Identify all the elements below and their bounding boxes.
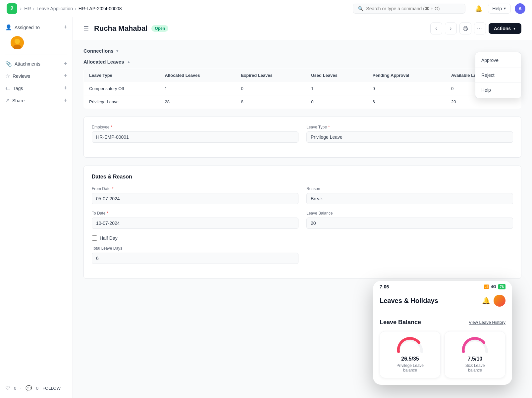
hamburger-icon[interactable]: ☰ bbox=[83, 25, 89, 32]
col-allocated: Allocated Leaves bbox=[160, 69, 236, 82]
help-menu[interactable]: Help ▼ bbox=[488, 4, 511, 14]
search-input[interactable] bbox=[366, 6, 460, 11]
connections-label: Connections bbox=[83, 48, 114, 54]
to-date-label: To Date * bbox=[92, 211, 298, 216]
print-button[interactable] bbox=[459, 23, 471, 34]
actions-button[interactable]: Actions ▼ bbox=[489, 23, 521, 34]
battery-icon: 76 bbox=[498, 284, 505, 289]
notifications-bell[interactable]: 🔔 bbox=[473, 3, 484, 14]
app-logo[interactable]: 2 bbox=[7, 3, 17, 14]
help-action[interactable]: Help bbox=[475, 84, 521, 96]
dates-section-title: Dates & Reason bbox=[92, 174, 513, 180]
table-row: Privilege Leave 28 8 0 6 20 bbox=[84, 95, 521, 109]
mobile-title: Leaves & Holidays bbox=[380, 297, 438, 305]
user-icon: 👤 bbox=[5, 24, 12, 30]
to-date-group: To Date * bbox=[92, 211, 298, 229]
mobile-bell-icon[interactable]: 🔔 bbox=[482, 297, 490, 305]
breadcrumb-leave-application[interactable]: Leave Application bbox=[36, 6, 73, 11]
col-expired: Expired Leaves bbox=[236, 69, 306, 82]
add-review-button[interactable]: + bbox=[64, 73, 67, 79]
sick-gauge bbox=[460, 337, 490, 353]
half-day-label: Half Day bbox=[100, 235, 118, 241]
half-day-checkbox[interactable] bbox=[92, 235, 97, 241]
total-days-row: Total Leave Days bbox=[92, 246, 513, 264]
sick-value: 7.5/10 bbox=[468, 356, 482, 362]
approve-action[interactable]: Approve bbox=[475, 54, 521, 66]
sick-leave-card: 7.5/10 Sick Leavebalance bbox=[445, 331, 505, 378]
leave-balance-label: Leave Balance bbox=[306, 211, 513, 216]
sidebar-item-tags[interactable]: 🏷 Tags + bbox=[5, 85, 67, 92]
privilege-value: 26.5/35 bbox=[401, 356, 419, 362]
allocated-leaves-section: Allocated Leaves ▲ Leave Type Allocated … bbox=[83, 59, 521, 109]
leave-type-cell: Compensatory Off bbox=[84, 82, 160, 95]
next-button[interactable]: › bbox=[445, 23, 457, 34]
leave-balance-group: Leave Balance bbox=[306, 211, 513, 229]
view-history-link[interactable]: View Leave History bbox=[469, 320, 505, 325]
leave-balance-title: Leave Balance bbox=[380, 319, 421, 326]
sidebar-bottom: ♡ 0 · 💬 0 FOLLOW bbox=[5, 385, 67, 391]
add-share-button[interactable]: + bbox=[64, 97, 67, 104]
spacer bbox=[306, 246, 513, 264]
add-attachment-button[interactable]: + bbox=[64, 60, 67, 67]
sidebar-item-assigned-to[interactable]: 👤 Assigned To + bbox=[5, 24, 67, 31]
sidebar-item-reviews[interactable]: ☆ Reviews + bbox=[5, 73, 67, 79]
from-date-input[interactable] bbox=[92, 193, 298, 204]
more-button[interactable]: ··· bbox=[474, 23, 486, 34]
connections-section[interactable]: Connections ▾ bbox=[83, 48, 521, 54]
tag-icon: 🏷 bbox=[5, 85, 11, 91]
prev-button[interactable]: ‹ bbox=[430, 23, 442, 34]
leave-type-cell: Privilege Leave bbox=[84, 95, 160, 109]
top-nav: 2 › HR › Leave Application › HR-LAP-2024… bbox=[0, 0, 532, 17]
mobile-overlay: 7:06 📶 4G 76 Leaves & Holidays 🔔 Leave B… bbox=[373, 281, 512, 385]
star-icon: ☆ bbox=[5, 73, 10, 79]
search-box[interactable]: 🔍 bbox=[353, 4, 465, 14]
svg-rect-3 bbox=[464, 29, 467, 30]
leave-type-input[interactable] bbox=[306, 131, 513, 143]
allocated-leaves-header[interactable]: Allocated Leaves ▲ bbox=[83, 59, 521, 65]
expired-cell: 8 bbox=[236, 95, 306, 109]
used-cell: 0 bbox=[306, 95, 367, 109]
sidebar: 👤 Assigned To + 📎 Attachments + ☆ Review… bbox=[0, 17, 73, 398]
employee-input[interactable] bbox=[92, 131, 298, 143]
breadcrumb-hr[interactable]: HR bbox=[24, 6, 31, 11]
breadcrumb-current: HR-LAP-2024-00008 bbox=[79, 6, 122, 11]
divider-1 bbox=[5, 55, 67, 55]
allocated-chevron-icon: ▲ bbox=[127, 60, 131, 64]
employee-form-section: Employee * Leave Type * bbox=[83, 117, 521, 158]
sidebar-item-attachments[interactable]: 📎 Attachments + bbox=[5, 60, 67, 67]
chevron-down-icon: ▼ bbox=[513, 27, 516, 30]
dates-form-section: Dates & Reason From Date * Reason bbox=[83, 166, 521, 279]
svg-point-1 bbox=[15, 39, 20, 44]
col-used: Used Leaves bbox=[306, 69, 367, 82]
connections-chevron-icon: ▾ bbox=[116, 49, 118, 53]
to-date-input[interactable] bbox=[92, 218, 298, 229]
breadcrumb: HR › Leave Application › HR-LAP-2024-000… bbox=[24, 6, 122, 11]
allocated-leaves-label: Allocated Leaves bbox=[83, 59, 124, 65]
mobile-avatar[interactable] bbox=[494, 295, 505, 307]
search-icon: 🔍 bbox=[358, 6, 363, 11]
reason-input[interactable] bbox=[306, 193, 513, 204]
mobile-time: 7:06 bbox=[380, 284, 389, 289]
col-leave-type: Leave Type bbox=[84, 69, 160, 82]
reason-label: Reason bbox=[306, 186, 513, 191]
signal-bars-icon: 📶 bbox=[484, 284, 489, 289]
follow-button[interactable]: FOLLOW bbox=[42, 386, 61, 391]
user-avatar[interactable]: A bbox=[515, 3, 525, 14]
privilege-leave-card: 26.5/35 Privilege Leavebalance bbox=[380, 331, 441, 378]
reason-group: Reason bbox=[306, 186, 513, 204]
reject-action[interactable]: Reject bbox=[475, 69, 521, 81]
comment-icon[interactable]: 💬 bbox=[26, 385, 32, 391]
share-icon: ↗ bbox=[5, 97, 10, 104]
sidebar-item-share[interactable]: ↗ Share + bbox=[5, 97, 67, 104]
heart-icon[interactable]: ♡ bbox=[5, 385, 10, 391]
total-days-label: Total Leave Days bbox=[92, 246, 298, 251]
add-tag-button[interactable]: + bbox=[64, 85, 67, 92]
col-pending: Pending Approval bbox=[367, 69, 446, 82]
add-assigned-to-button[interactable]: + bbox=[64, 24, 67, 31]
doc-header: ☰ Rucha Mahabal Open ‹ › ··· Actions ▼ bbox=[73, 17, 532, 40]
employee-row: Employee * Leave Type * bbox=[92, 125, 513, 143]
employee-label: Employee * bbox=[92, 125, 298, 129]
mobile-status-bar: 7:06 📶 4G 76 bbox=[373, 281, 512, 291]
doc-toolbar: ‹ › ··· Actions ▼ bbox=[430, 23, 521, 34]
mobile-header: Leaves & Holidays 🔔 bbox=[373, 291, 512, 312]
